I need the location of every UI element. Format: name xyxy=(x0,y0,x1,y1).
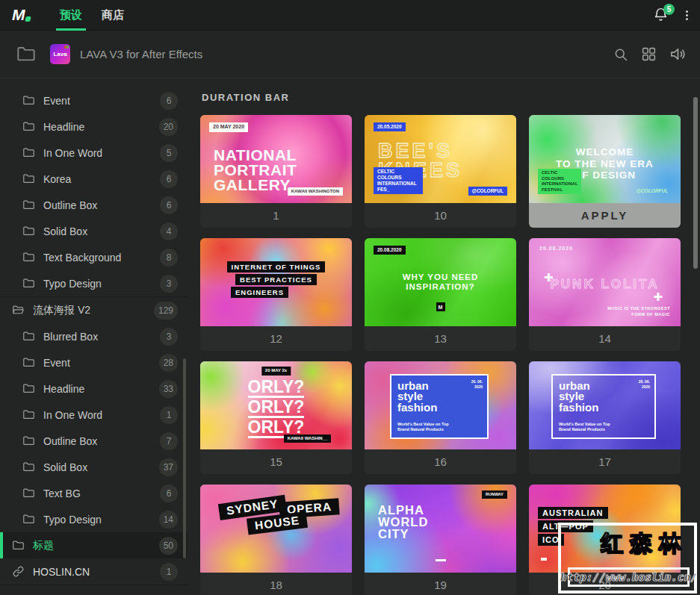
sidebar-item-in-one-word-2[interactable]: In One Word1 xyxy=(0,402,188,428)
sidebar-item-headline-2[interactable]: Headline33 xyxy=(0,376,188,402)
preset-card-18[interactable]: SYDNEYOPERAHOUSE 18 xyxy=(200,485,352,595)
preset-card-10[interactable]: 20.05.2020 BEE'SKNEES CELTIC COLOURS INT… xyxy=(365,115,516,228)
sound-icon[interactable] xyxy=(669,46,687,63)
sidebar-item-label: Outline Box xyxy=(43,435,160,447)
grid-view-icon[interactable] xyxy=(641,46,657,62)
folder-icon xyxy=(22,487,35,499)
preset-thumbnail[interactable]: 20.05.2020 BEE'SKNEES CELTIC COLOURS INT… xyxy=(365,115,516,203)
tick-mark xyxy=(541,558,547,561)
preset-card-16[interactable]: urbanstylefashion 20. 06. 2020 World's B… xyxy=(365,361,516,474)
sidebar-item-blurred-box[interactable]: Blurred Box3 xyxy=(0,323,188,349)
preset-thumbnail[interactable]: urbanstylefashion 20. 06. 2020 World's B… xyxy=(365,361,516,449)
apply-button[interactable]: APPLY xyxy=(529,203,681,228)
count-badge: 7 xyxy=(160,432,178,450)
folder-icon xyxy=(22,172,35,185)
preset-number: 12 xyxy=(200,326,352,351)
pack-title: LAVA V3 for After Effects xyxy=(80,48,202,60)
sidebar-item-solid-box-1[interactable]: Solid Box4 xyxy=(0,218,188,244)
preset-thumbnail[interactable]: WELCOMETO THE NEW ERAOF DESIGN CELTIC CO… xyxy=(529,115,681,203)
preset-grid-area: DURATION BAR 20 MAY 2020 NATIONALPORTRAI… xyxy=(188,78,700,595)
sidebar-item-label: Text Background xyxy=(43,252,160,264)
preset-card-hovered[interactable]: WELCOMETO THE NEW ERAOF DESIGN CELTIC CO… xyxy=(529,115,681,228)
sidebar-item-outline-box-1[interactable]: Outline Box6 xyxy=(0,192,188,218)
search-icon[interactable] xyxy=(613,47,628,62)
sidebar-item-text-bg[interactable]: Text BG6 xyxy=(0,480,188,506)
tab-presets[interactable]: 预设 xyxy=(60,0,82,31)
preset-thumbnail[interactable]: 20.08.2020 ✚ ✚ PUNK LOLITA MUSIC IS THE … xyxy=(529,238,681,326)
count-badge: 6 xyxy=(160,92,178,110)
date-badge: 20 MAY 2x xyxy=(261,367,291,376)
pack-thumbnail[interactable]: Lava xyxy=(50,44,70,64)
festival-badge: CELTIC COLOURS INTERNATIONAL FESTIVAL xyxy=(538,169,581,194)
sidebar-item-title-selected[interactable]: 标题50 xyxy=(0,532,188,558)
date-badge: 20.05.2020 xyxy=(374,122,406,131)
kebab-menu-button[interactable] xyxy=(686,10,688,20)
preset-card-15[interactable]: 20 MAY 2x ORLY? ORLY? ORLY? KAWAII WASHI… xyxy=(200,361,352,474)
sidebar-item-headline-1[interactable]: Headline20 xyxy=(0,113,188,140)
date-text: 20. 06. 2020 xyxy=(466,379,483,389)
preset-card-17[interactable]: urbanstylefashion 20. 06. 2020 World's B… xyxy=(529,361,681,474)
sidebar-item-text-background[interactable]: Text Background8 xyxy=(0,244,188,270)
poster-frame: urbanstylefashion 20. 06. 2020 World's B… xyxy=(551,374,656,439)
folder-icon xyxy=(22,199,35,211)
preset-card-19[interactable]: RUNWAY ALPHAWORLDCITY 19 xyxy=(365,485,516,595)
preset-card-12[interactable]: INTERNET OF THINGSBEST PRACTICESENGINEER… xyxy=(200,238,352,351)
preset-thumbnail[interactable]: urbanstylefashion 20. 06. 2020 World's B… xyxy=(529,361,681,449)
preset-thumbnail[interactable]: SYDNEYOPERAHOUSE xyxy=(200,485,352,573)
main-tabs: 预设 商店 xyxy=(60,0,124,31)
sidebar-item-in-one-word-1[interactable]: In One Word5 xyxy=(0,140,188,166)
sidebar-scrollbar[interactable] xyxy=(183,358,186,558)
count-badge: 129 xyxy=(154,302,178,320)
sidebar-item-label: Korea xyxy=(43,173,160,185)
sidebar-item-typo-design-1[interactable]: Typo Design3 xyxy=(0,270,188,296)
preset-thumbnail[interactable]: 20 MAY 2x ORLY? ORLY? ORLY? KAWAII WASHI… xyxy=(200,361,352,449)
section-title: DURATION BAR xyxy=(202,92,700,103)
poster-title: INTERNET OF THINGSBEST PRACTICESENGINEER… xyxy=(200,261,352,299)
preset-card-1[interactable]: 20 MAY 2020 NATIONALPORTRAITGALLERY KAWA… xyxy=(200,115,352,228)
folder-open-icon xyxy=(12,304,25,317)
watermark-title: 红森林 xyxy=(601,529,688,559)
sidebar-item-solid-box-2[interactable]: Solid Box37 xyxy=(0,454,188,480)
count-badge: 1 xyxy=(160,406,178,424)
main-scrollbar[interactable] xyxy=(693,97,698,269)
sidebar-item-label: Typo Design xyxy=(43,278,160,290)
preset-card-14[interactable]: 20.08.2020 ✚ ✚ PUNK LOLITA MUSIC IS THE … xyxy=(529,238,681,351)
sidebar-item-label: Outline Box xyxy=(43,199,160,211)
sidebar-item-hoslin-link[interactable]: HOSLIN.CN1 xyxy=(0,558,188,585)
notifications-button[interactable]: 5 xyxy=(653,7,669,23)
m-logo-mark: M xyxy=(436,302,445,311)
folder-icon xyxy=(22,434,35,447)
folder-icon xyxy=(22,251,35,264)
sidebar-item-fluid-poster-v2[interactable]: 流体海报 V2129 xyxy=(0,297,188,323)
top-bar: M 预设 商店 5 xyxy=(0,0,700,31)
dash-mark xyxy=(436,559,446,561)
poster-title: ALPHAWORLDCITY xyxy=(378,504,428,540)
sidebar-item-outline-box-2[interactable]: Outline Box7 xyxy=(0,428,188,454)
preset-thumbnail[interactable]: 20.08.2020 WHY YOU NEEDINSPIRATION? M xyxy=(365,238,516,326)
handle-badge: @COLORFUL xyxy=(633,187,672,196)
folder-icon xyxy=(22,94,35,107)
pack-thumbnail-label: Lava xyxy=(53,51,66,57)
count-badge: 6 xyxy=(160,170,178,188)
link-icon xyxy=(12,565,25,578)
sidebar-item-event-2[interactable]: Event28 xyxy=(0,349,188,376)
count-badge: 20 xyxy=(159,118,178,136)
preset-thumbnail[interactable]: INTERNET OF THINGSBEST PRACTICESENGINEER… xyxy=(200,238,352,326)
sidebar-item-label: Typo Design xyxy=(43,514,159,526)
sidebar-item-event-1[interactable]: Event6 xyxy=(0,87,188,113)
preset-thumbnail[interactable]: RUNWAY ALPHAWORLDCITY xyxy=(365,485,516,573)
preset-card-13[interactable]: 20.08.2020 WHY YOU NEEDINSPIRATION? M 13 xyxy=(365,238,516,351)
date-text: 20. 06. 2020 xyxy=(634,379,650,389)
folder-icon xyxy=(22,225,35,237)
sidebar-item-korea[interactable]: Korea6 xyxy=(0,166,188,192)
date-text: 20.08.2020 xyxy=(539,246,573,251)
tab-store[interactable]: 商店 xyxy=(102,0,124,31)
sidebar-item-label: 流体海报 V2 xyxy=(33,304,154,317)
preset-thumbnail[interactable]: 20 MAY 2020 NATIONALPORTRAITGALLERY KAWA… xyxy=(200,115,352,203)
root-folder-icon[interactable] xyxy=(13,44,39,64)
sidebar-item-typo-design-2[interactable]: Typo Design14 xyxy=(0,506,188,532)
app-logo[interactable]: M xyxy=(12,7,46,22)
preset-number: 14 xyxy=(529,326,681,351)
sidebar-item-label: Headline xyxy=(43,383,159,395)
pack-version-dot xyxy=(64,46,69,49)
